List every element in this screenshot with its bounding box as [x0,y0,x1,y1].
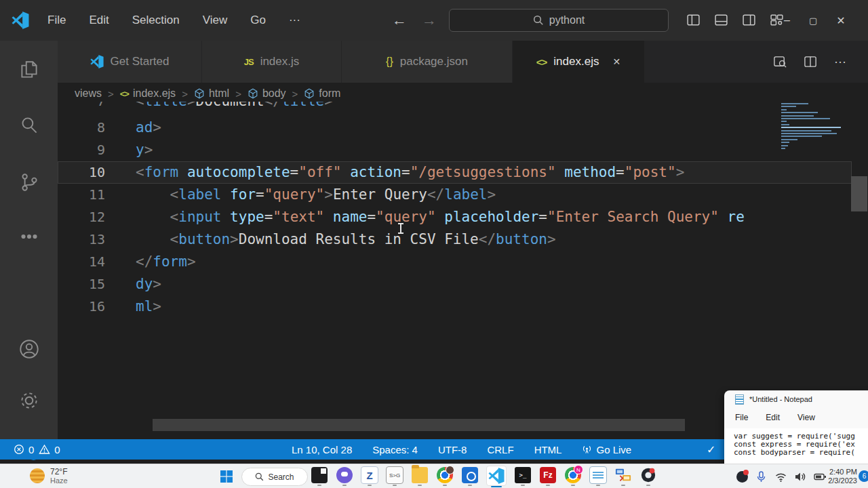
minimap-line [781,109,787,110]
taskbar-app-app-blue[interactable] [461,466,479,484]
status-spaces-4[interactable]: Spaces: 4 [372,444,418,455]
breadcrumb-form[interactable]: form [304,87,340,100]
taskbar-search[interactable]: Search [241,468,308,486]
taskbar-app-chat[interactable] [336,466,353,484]
notepad-window[interactable]: *Untitled - Notepad FileEditView var sug… [724,390,868,464]
more-views-icon[interactable] [18,225,41,248]
obs-tray-icon[interactable] [736,471,748,483]
toggle-primary-sidebar-icon[interactable] [686,13,701,27]
vscode-logo-icon [12,12,29,29]
line-number: 11 [58,184,105,206]
code-editor[interactable]: 7<title>Document</title> 8ad>9y>10<form … [58,102,868,439]
status-utf-8[interactable]: UTF-8 [438,444,467,455]
line-number: 15 [58,273,105,296]
toggle-panel-icon[interactable] [714,13,728,27]
notepad-line: const bodyparser = require( [734,449,868,457]
status-right-items: Ln 10, Col 28Spaces: 4UTF-8CRLFHTMLGo Li… [292,439,631,460]
menu-selection[interactable]: Selection [132,14,180,27]
taskbar-app-explorer[interactable] [411,466,429,484]
start-button[interactable] [220,470,233,483]
command-center-search[interactable]: pythont [449,9,669,32]
source-control-icon[interactable] [18,171,41,194]
running-indicator [521,485,525,487]
taskbar-app-filezilla[interactable]: Fz [539,466,557,484]
clock-time: 2:40 PM [818,468,857,476]
breadcrumb-body[interactable]: body [248,87,286,100]
braces-file-icon: {} [386,56,393,68]
notepad-menu-edit[interactable]: Edit [766,413,780,422]
settings-gear-icon[interactable] [18,389,41,412]
more-actions-icon[interactable]: ··· [834,55,846,69]
taskbar-app-terminal[interactable]: >_ [514,466,532,484]
running-indicator [468,485,472,487]
menu-view[interactable]: View [203,14,228,27]
open-preview-icon[interactable] [773,55,787,69]
volume-icon[interactable] [794,470,807,483]
taskbar-app-screentogif[interactable]: S>G [386,466,403,484]
taskbar-app-vscode[interactable] [486,466,507,486]
status-crlf[interactable]: CRLF [487,444,513,455]
line-number: 16 [58,296,105,318]
notepad-menu-view[interactable]: View [797,413,815,422]
search-sidebar-icon[interactable] [18,114,41,137]
tab-index-ejs[interactable]: <>index.ejs✕ [513,41,645,83]
status-ln-10-col-28[interactable]: Ln 10, Col 28 [292,444,352,455]
taskbar-app-network[interactable] [614,466,632,484]
minimap-line [781,115,814,117]
close-button[interactable]: ✕ [836,14,845,27]
running-indicator [443,485,447,487]
breadcrumb-views[interactable]: views [75,87,102,100]
line-number: 12 [58,206,105,228]
status-html[interactable]: HTML [534,444,562,455]
taskbar-app-app-dark[interactable] [311,466,328,484]
horizontal-scrollbar[interactable] [153,419,685,431]
taskbar-app-obs[interactable] [639,466,657,484]
problems-warnings[interactable]: 0 [39,444,60,455]
layout-controls [686,13,784,27]
vertical-scrollbar[interactable] [851,176,867,211]
running-indicator [342,485,347,487]
problems-errors[interactable]: 0 [14,444,34,455]
breadcrumb-html[interactable]: html [194,87,229,100]
menu-more[interactable]: ··· [289,14,300,27]
prettier-check-icon[interactable]: ✓ [707,439,715,460]
menu-file[interactable]: File [47,14,66,27]
running-indicator [491,486,502,488]
taskbar-app-notepad2[interactable] [589,466,607,484]
line-number: 13 [58,228,105,251]
tab-get-started[interactable]: Get Started [58,41,202,83]
microphone-icon[interactable] [755,470,768,483]
running-indicator [368,485,372,487]
menu-edit[interactable]: Edit [89,14,108,27]
notepad-content[interactable]: var suggest = require('suggconst express… [724,428,868,464]
breadcrumb-index.ejs[interactable]: <>index.ejs [120,87,176,100]
running-indicator [393,485,397,487]
back-icon[interactable]: ← [392,12,407,29]
weather-widget[interactable]: 72°F Haze [30,467,68,485]
tab-index-js[interactable]: JSindex.js [202,41,342,83]
toggle-secondary-sidebar-icon[interactable] [742,13,756,27]
close-tab-icon[interactable]: ✕ [612,56,620,67]
explorer-icon[interactable] [18,58,41,81]
angle-file-icon: <> [536,56,547,68]
tab-package-json[interactable]: {}package.json [342,41,513,83]
notepad-menu-file[interactable]: File [735,413,748,422]
running-indicator [596,485,600,487]
taskbar-app-zotero[interactable]: Z [361,466,378,484]
split-editor-icon[interactable] [804,55,818,69]
account-icon[interactable] [18,338,41,361]
minimize-button[interactable]: – [784,14,790,26]
taskbar-app-chrome[interactable] [436,466,454,484]
taskbar-apps: ZS>G>_Fz [311,466,657,487]
restore-button[interactable]: ▢ [809,16,817,26]
minimap[interactable] [778,103,846,279]
notification-badge[interactable]: 6 [859,470,868,482]
go-live-button[interactable]: Go Live [582,444,631,455]
minimap-line [781,103,808,104]
taskbar-clock[interactable]: 2:40 PM 2/3/2023 [818,468,857,485]
wifi-icon[interactable] [774,470,787,483]
notepad-titlebar[interactable]: *Untitled - Notepad [724,390,868,408]
forward-icon[interactable]: → [422,12,437,29]
menu-go[interactable]: Go [250,14,266,27]
taskbar-app-chrome-n[interactable] [564,466,582,484]
